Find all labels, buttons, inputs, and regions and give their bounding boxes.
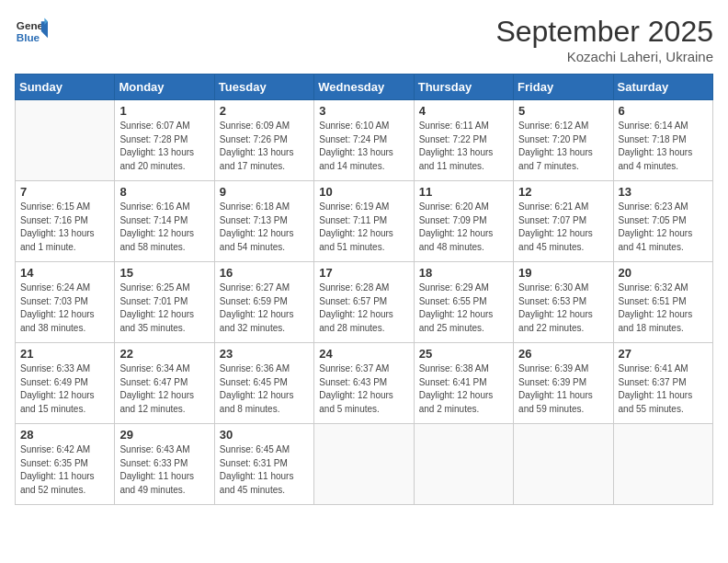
calendar-cell: 24Sunrise: 6:37 AM Sunset: 6:43 PM Dayli… — [314, 343, 414, 424]
weekday-header: Tuesday — [214, 75, 313, 100]
calendar-cell: 23Sunrise: 6:36 AM Sunset: 6:45 PM Dayli… — [214, 343, 313, 424]
day-number: 17 — [319, 266, 408, 280]
day-info: Sunrise: 6:45 AM Sunset: 6:31 PM Dayligh… — [220, 443, 309, 497]
calendar-cell: 22Sunrise: 6:34 AM Sunset: 6:47 PM Dayli… — [115, 343, 214, 424]
day-info: Sunrise: 6:30 AM Sunset: 6:53 PM Dayligh… — [518, 282, 608, 335]
day-info: Sunrise: 6:36 AM Sunset: 6:45 PM Dayligh… — [220, 362, 309, 416]
day-number: 4 — [419, 104, 508, 118]
day-info: Sunrise: 6:16 AM Sunset: 7:14 PM Dayligh… — [119, 201, 209, 254]
day-number: 2 — [220, 104, 309, 118]
svg-text:Blue: Blue — [17, 31, 40, 43]
weekday-header: Sunday — [16, 75, 115, 100]
calendar-cell: 12Sunrise: 6:21 AM Sunset: 7:07 PM Dayli… — [514, 181, 613, 262]
day-info: Sunrise: 6:19 AM Sunset: 7:11 PM Dayligh… — [319, 201, 408, 254]
day-number: 11 — [419, 185, 508, 199]
day-number: 1 — [119, 104, 209, 118]
calendar-cell: 11Sunrise: 6:20 AM Sunset: 7:09 PM Dayli… — [414, 181, 513, 262]
day-number: 23 — [220, 347, 309, 361]
day-number: 27 — [619, 347, 708, 361]
day-number: 12 — [518, 185, 608, 199]
calendar-cell: 9Sunrise: 6:18 AM Sunset: 7:13 PM Daylig… — [214, 181, 313, 262]
day-number: 28 — [20, 428, 109, 442]
day-info: Sunrise: 6:39 AM Sunset: 6:39 PM Dayligh… — [518, 362, 608, 416]
calendar-week-row: 1Sunrise: 6:07 AM Sunset: 7:28 PM Daylig… — [16, 100, 713, 181]
day-number: 9 — [220, 185, 309, 199]
calendar-week-row: 21Sunrise: 6:33 AM Sunset: 6:49 PM Dayli… — [16, 343, 713, 424]
calendar-cell: 6Sunrise: 6:14 AM Sunset: 7:18 PM Daylig… — [613, 100, 712, 181]
day-number: 5 — [518, 104, 608, 118]
calendar-cell: 3Sunrise: 6:10 AM Sunset: 7:24 PM Daylig… — [314, 100, 414, 181]
logo-icon: General Blue — [15, 15, 48, 48]
day-number: 14 — [20, 266, 109, 280]
calendar-cell: 21Sunrise: 6:33 AM Sunset: 6:49 PM Dayli… — [16, 343, 115, 424]
day-number: 8 — [119, 185, 209, 199]
day-number: 25 — [419, 347, 508, 361]
weekday-header: Thursday — [414, 75, 513, 100]
calendar-cell: 13Sunrise: 6:23 AM Sunset: 7:05 PM Dayli… — [613, 181, 712, 262]
day-info: Sunrise: 6:09 AM Sunset: 7:26 PM Dayligh… — [220, 120, 309, 173]
calendar-cell: 14Sunrise: 6:24 AM Sunset: 7:03 PM Dayli… — [16, 262, 115, 343]
page-header: General Blue September 2025 Kozachi Lahe… — [15, 15, 713, 64]
weekday-header: Friday — [514, 75, 613, 100]
day-number: 30 — [220, 428, 309, 442]
day-number: 7 — [20, 185, 109, 199]
day-info: Sunrise: 6:41 AM Sunset: 6:37 PM Dayligh… — [619, 362, 708, 416]
calendar-cell — [613, 424, 712, 505]
day-info: Sunrise: 6:33 AM Sunset: 6:49 PM Dayligh… — [20, 362, 109, 416]
day-info: Sunrise: 6:15 AM Sunset: 7:16 PM Dayligh… — [20, 201, 109, 254]
day-info: Sunrise: 6:07 AM Sunset: 7:28 PM Dayligh… — [119, 120, 209, 173]
day-info: Sunrise: 6:32 AM Sunset: 6:51 PM Dayligh… — [619, 282, 708, 335]
month-title: September 2025 — [495, 15, 713, 49]
day-info: Sunrise: 6:38 AM Sunset: 6:41 PM Dayligh… — [419, 362, 508, 416]
day-number: 21 — [20, 347, 109, 361]
day-number: 18 — [419, 266, 508, 280]
day-number: 20 — [619, 266, 708, 280]
day-info: Sunrise: 6:24 AM Sunset: 7:03 PM Dayligh… — [20, 282, 109, 335]
calendar-cell: 8Sunrise: 6:16 AM Sunset: 7:14 PM Daylig… — [115, 181, 214, 262]
calendar-week-row: 28Sunrise: 6:42 AM Sunset: 6:35 PM Dayli… — [16, 424, 713, 505]
day-info: Sunrise: 6:18 AM Sunset: 7:13 PM Dayligh… — [220, 201, 309, 254]
day-number: 22 — [119, 347, 209, 361]
title-block: September 2025 Kozachi Laheri, Ukraine — [495, 15, 713, 64]
day-number: 6 — [619, 104, 708, 118]
weekday-header: Wednesday — [314, 75, 414, 100]
day-number: 13 — [619, 185, 708, 199]
calendar-cell: 26Sunrise: 6:39 AM Sunset: 6:39 PM Dayli… — [514, 343, 613, 424]
day-info: Sunrise: 6:12 AM Sunset: 7:20 PM Dayligh… — [518, 120, 608, 173]
calendar-week-row: 7Sunrise: 6:15 AM Sunset: 7:16 PM Daylig… — [16, 181, 713, 262]
day-number: 15 — [119, 266, 209, 280]
calendar-cell: 16Sunrise: 6:27 AM Sunset: 6:59 PM Dayli… — [214, 262, 313, 343]
calendar-cell: 20Sunrise: 6:32 AM Sunset: 6:51 PM Dayli… — [613, 262, 712, 343]
day-info: Sunrise: 6:34 AM Sunset: 6:47 PM Dayligh… — [119, 362, 209, 416]
day-number: 16 — [220, 266, 309, 280]
calendar-cell: 17Sunrise: 6:28 AM Sunset: 6:57 PM Dayli… — [314, 262, 414, 343]
calendar-cell — [514, 424, 613, 505]
day-number: 19 — [518, 266, 608, 280]
calendar-cell: 10Sunrise: 6:19 AM Sunset: 7:11 PM Dayli… — [314, 181, 414, 262]
calendar-cell: 19Sunrise: 6:30 AM Sunset: 6:53 PM Dayli… — [514, 262, 613, 343]
calendar-week-row: 14Sunrise: 6:24 AM Sunset: 7:03 PM Dayli… — [16, 262, 713, 343]
calendar-cell: 25Sunrise: 6:38 AM Sunset: 6:41 PM Dayli… — [414, 343, 513, 424]
day-info: Sunrise: 6:23 AM Sunset: 7:05 PM Dayligh… — [619, 201, 708, 254]
location-title: Kozachi Laheri, Ukraine — [495, 49, 713, 64]
calendar-cell: 30Sunrise: 6:45 AM Sunset: 6:31 PM Dayli… — [214, 424, 313, 505]
calendar-cell — [314, 424, 414, 505]
day-info: Sunrise: 6:42 AM Sunset: 6:35 PM Dayligh… — [20, 443, 109, 497]
day-info: Sunrise: 6:20 AM Sunset: 7:09 PM Dayligh… — [419, 201, 508, 254]
day-info: Sunrise: 6:37 AM Sunset: 6:43 PM Dayligh… — [319, 362, 408, 416]
day-number: 10 — [319, 185, 408, 199]
calendar-cell: 2Sunrise: 6:09 AM Sunset: 7:26 PM Daylig… — [214, 100, 313, 181]
day-info: Sunrise: 6:29 AM Sunset: 6:55 PM Dayligh… — [419, 282, 508, 335]
calendar-cell: 27Sunrise: 6:41 AM Sunset: 6:37 PM Dayli… — [613, 343, 712, 424]
calendar-cell: 1Sunrise: 6:07 AM Sunset: 7:28 PM Daylig… — [115, 100, 214, 181]
calendar-cell: 5Sunrise: 6:12 AM Sunset: 7:20 PM Daylig… — [514, 100, 613, 181]
day-info: Sunrise: 6:25 AM Sunset: 7:01 PM Dayligh… — [119, 282, 209, 335]
calendar-cell: 18Sunrise: 6:29 AM Sunset: 6:55 PM Dayli… — [414, 262, 513, 343]
calendar-cell: 29Sunrise: 6:43 AM Sunset: 6:33 PM Dayli… — [115, 424, 214, 505]
day-info: Sunrise: 6:10 AM Sunset: 7:24 PM Dayligh… — [319, 120, 408, 173]
calendar-cell — [16, 100, 115, 181]
weekday-header: Saturday — [613, 75, 712, 100]
day-info: Sunrise: 6:28 AM Sunset: 6:57 PM Dayligh… — [319, 282, 408, 335]
day-info: Sunrise: 6:43 AM Sunset: 6:33 PM Dayligh… — [119, 443, 209, 497]
day-info: Sunrise: 6:27 AM Sunset: 6:59 PM Dayligh… — [220, 282, 309, 335]
